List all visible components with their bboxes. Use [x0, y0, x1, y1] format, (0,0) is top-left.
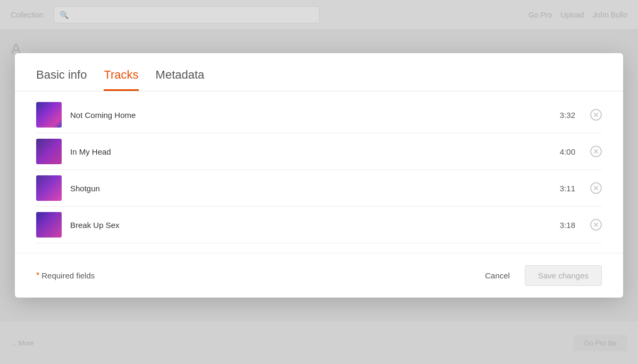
track-duration: 3:11 [560, 184, 575, 193]
track-remove-button[interactable]: ✕ [590, 109, 602, 121]
track-thumbnail [36, 175, 62, 201]
track-title: Shotgun [70, 184, 551, 193]
track-duration: 4:00 [560, 147, 575, 156]
track-thumbnail [36, 139, 62, 164]
track-duration: 3:32 [560, 111, 575, 120]
track-title: Not Coming Home [70, 111, 551, 120]
track-title: Break Up Sex [70, 221, 551, 230]
cancel-button[interactable]: Cancel [474, 266, 521, 285]
track-title: In My Head [70, 147, 551, 156]
track-thumb-image [36, 212, 62, 238]
track-row: Not Coming Home 3:32 ✕ [36, 97, 602, 133]
track-thumb-image [36, 139, 62, 164]
track-thumbnail [36, 102, 62, 128]
tab-basic-info[interactable]: Basic info [36, 68, 87, 91]
required-fields-text: *Required fields [36, 271, 474, 281]
edit-modal: Basic info Tracks Metadata Not Coming Ho… [15, 53, 623, 298]
track-remove-button[interactable]: ✕ [590, 146, 602, 157]
track-list: Not Coming Home 3:32 ✕ In My Head 4:00 ✕… [15, 91, 623, 249]
track-remove-button[interactable]: ✕ [590, 219, 602, 231]
track-row: Shotgun 3:11 ✕ [36, 170, 602, 207]
track-row: In My Head 4:00 ✕ [36, 133, 602, 170]
tab-tracks[interactable]: Tracks [104, 68, 138, 91]
track-thumb-image [36, 175, 62, 201]
tab-metadata[interactable]: Metadata [156, 68, 205, 91]
track-thumb-image [36, 102, 62, 128]
track-thumbnail [36, 212, 62, 238]
save-changes-button[interactable]: Save changes [525, 265, 602, 286]
required-star: * [36, 271, 39, 280]
track-remove-button[interactable]: ✕ [590, 182, 602, 194]
track-row: Break Up Sex 3:18 ✕ [36, 207, 602, 243]
required-label: Required fields [41, 271, 95, 280]
modal-footer: *Required fields Cancel Save changes [15, 253, 623, 298]
modal-tabs: Basic info Tracks Metadata [15, 53, 623, 91]
track-duration: 3:18 [560, 221, 575, 230]
